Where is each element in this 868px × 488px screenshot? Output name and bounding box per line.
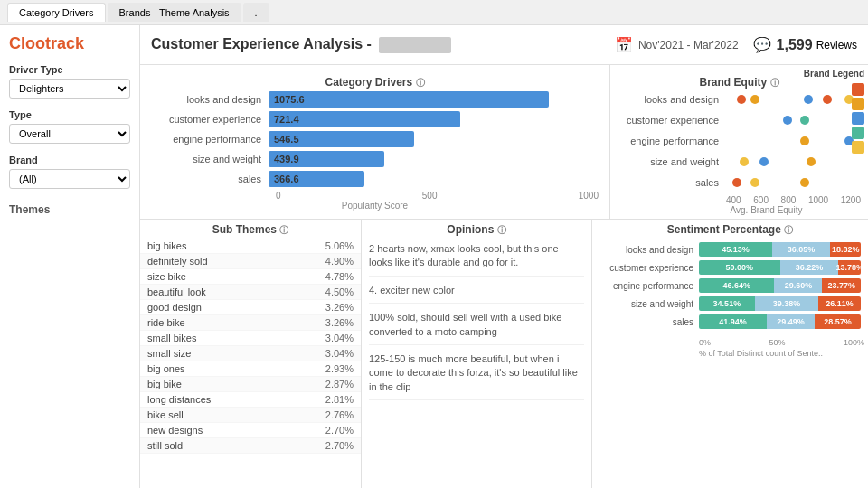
- list-item: long distances 2.81%: [140, 392, 361, 408]
- axis-1000: 1000: [579, 191, 599, 201]
- cat-drivers-info-icon: ⓘ: [416, 78, 425, 88]
- sub-theme-pct: 3.04%: [313, 333, 354, 343]
- list-item: size bike 4.78%: [140, 269, 361, 285]
- sub-theme-pct: 4.78%: [313, 271, 354, 282]
- sub-theme-pct: 3.04%: [313, 348, 354, 359]
- brand-legend-colors: [852, 83, 864, 155]
- axis-0: 0: [276, 191, 281, 201]
- list-item: big ones 2.93%: [140, 361, 361, 377]
- negative-segment: 23.77%: [822, 278, 861, 293]
- bar: 1075.6: [269, 91, 549, 108]
- brand-filter: Brand (All): [9, 155, 130, 189]
- dot-area: [726, 174, 861, 191]
- negative-segment: 26.11%: [818, 296, 861, 311]
- brand-select[interactable]: (All): [9, 169, 130, 189]
- sub-theme-pct: 3.26%: [313, 302, 354, 313]
- sub-theme-name: ride bike: [147, 317, 313, 328]
- tab-brands-theme[interactable]: Brands - Theme Analysis: [108, 3, 241, 22]
- sentiment-bar-container: 34.51%39.38%26.11%: [699, 296, 861, 311]
- type-select[interactable]: Overall: [9, 124, 130, 144]
- positive-segment: 46.64%: [699, 278, 774, 293]
- logo: Clootrack: [9, 34, 130, 53]
- brand-dot: [823, 95, 832, 104]
- category-driver-row: looks and design 1075.6: [151, 91, 599, 108]
- brand-axis: 400 600 800 1000 1200: [618, 195, 861, 205]
- category-driver-row: customer experience 721.4: [151, 111, 599, 127]
- negative-segment: 13.78%: [838, 260, 861, 275]
- bar-container: 439.9: [269, 151, 599, 167]
- legend-color-swatch: [852, 98, 864, 110]
- brand-equity-dots: looks and design customer experience eng…: [618, 91, 861, 191]
- neutral-segment: 36.05%: [772, 242, 831, 257]
- reviews-section: 💬 1,599 Reviews: [753, 36, 857, 53]
- sub-theme-pct: 2.93%: [313, 363, 354, 374]
- be-axis-1200: 1200: [841, 195, 861, 205]
- sub-theme-name: definitely sold: [147, 256, 313, 267]
- sub-themes-info-icon: ⓘ: [279, 225, 288, 235]
- brand-dot: [737, 95, 746, 104]
- brand-dot: [740, 157, 749, 166]
- category-driver-row: engine performance 546.5: [151, 131, 599, 147]
- list-item: 100% sold, should sell well with a used …: [369, 311, 584, 345]
- axis-500: 500: [422, 191, 438, 201]
- sent-axis-50: 50%: [769, 338, 785, 347]
- page-title: Customer Experience Analysis -: [151, 36, 615, 53]
- bar: 366.6: [269, 171, 364, 187]
- bar-label: looks and design: [151, 94, 269, 105]
- brand-dot: [732, 178, 741, 187]
- sub-theme-name: still sold: [147, 440, 313, 451]
- be-axis-1000: 1000: [808, 195, 828, 205]
- pop-score-label: Popularity Score: [151, 201, 599, 211]
- calendar-icon: 📅: [615, 36, 633, 53]
- top-charts-row: Category Drivers ⓘ looks and design 1075…: [140, 65, 868, 220]
- bar-label: engine performance: [151, 134, 269, 145]
- brand-dot: [750, 95, 760, 104]
- negative-segment: 18.82%: [830, 242, 861, 257]
- sidebar: Clootrack Driver Type Delighters Type Ov…: [0, 25, 140, 488]
- sentiment-label: customer experience: [599, 263, 699, 273]
- opinions-section: Opinions ⓘ 2 hearts now, xmax looks cool…: [362, 220, 592, 488]
- brand-dot: [800, 178, 809, 187]
- sub-theme-name: good design: [147, 302, 313, 313]
- brand-equity-row: customer experience: [618, 112, 861, 128]
- content-area: Customer Experience Analysis - 📅 Nov'202…: [140, 25, 868, 488]
- brand-label: Brand: [9, 155, 130, 165]
- sub-theme-pct: 3.26%: [313, 317, 354, 328]
- dot-area: [726, 133, 861, 149]
- category-driver-row: size and weight 439.9: [151, 151, 599, 167]
- tab-category-drivers[interactable]: Category Drivers: [7, 3, 106, 22]
- sentiment-row: customer experience50.00%36.22%13.78%: [599, 260, 861, 275]
- list-item: still sold 2.70%: [140, 438, 361, 454]
- sentiment-row: size and weight34.51%39.38%26.11%: [599, 296, 861, 311]
- legend-color-swatch: [852, 83, 864, 96]
- sentiment-section: Sentiment Percentage ⓘ looks and design4…: [592, 220, 868, 488]
- sentiment-bar-container: 46.64%29.60%23.77%: [699, 278, 861, 293]
- neutral-segment: 29.49%: [767, 314, 815, 329]
- neutral-segment: 29.60%: [774, 278, 822, 293]
- brand-dot: [800, 136, 809, 145]
- date-range-text: Nov'2021 - Mar'2022: [638, 39, 739, 52]
- be-axis-600: 600: [753, 195, 769, 205]
- content-header: Customer Experience Analysis - 📅 Nov'202…: [140, 25, 868, 65]
- category-driver-row: sales 366.6: [151, 171, 599, 187]
- tab-dot[interactable]: .: [243, 3, 269, 22]
- legend-color-swatch: [852, 127, 864, 139]
- list-item: definitely sold 4.90%: [140, 254, 361, 269]
- bar-label: size and weight: [151, 154, 269, 164]
- title-text: Customer Experience Analysis -: [151, 36, 372, 52]
- legend-color-swatch: [852, 141, 864, 154]
- sub-themes-list: big bikes 5.06% definitely sold 4.90% si…: [140, 239, 361, 454]
- bar-container: 366.6: [269, 171, 599, 187]
- bar-value: 1075.6: [274, 94, 305, 105]
- sub-theme-name: small size: [147, 348, 313, 359]
- bar-container: 1075.6: [269, 91, 599, 108]
- negative-segment: 28.57%: [815, 314, 861, 329]
- sentiment-bar-container: 50.00%36.22%13.78%: [699, 260, 861, 275]
- list-item: good design 3.26%: [140, 300, 361, 315]
- neutral-segment: 39.38%: [755, 296, 818, 311]
- list-item: big bike 2.87%: [140, 377, 361, 392]
- category-drivers-title: Category Drivers ⓘ: [151, 70, 599, 91]
- driver-type-select[interactable]: Delighters: [9, 79, 130, 99]
- cat-drivers-title-text: Category Drivers: [325, 76, 412, 89]
- bar-value: 439.9: [274, 154, 299, 164]
